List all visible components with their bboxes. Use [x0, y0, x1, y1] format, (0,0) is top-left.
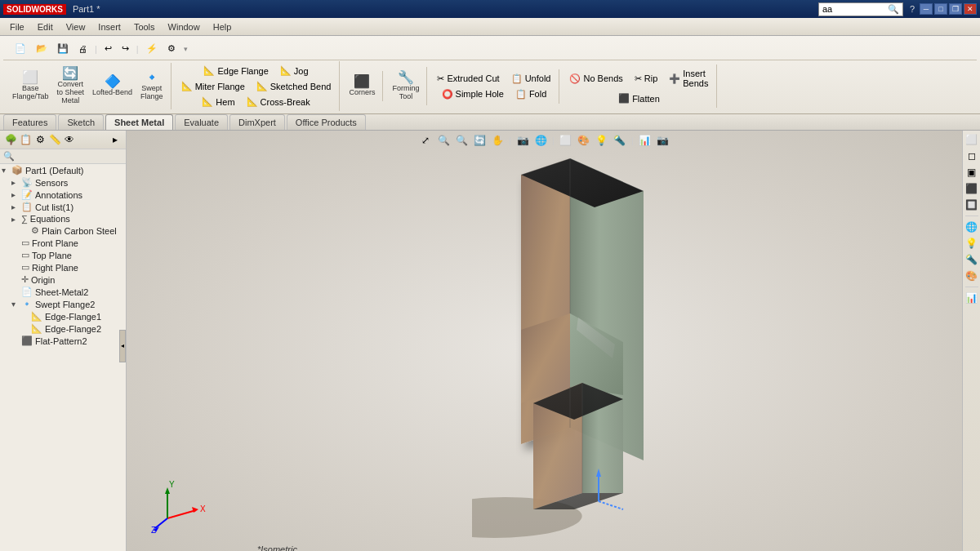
tab-sketch[interactable]: Sketch: [58, 114, 104, 130]
tree-item-front-plane[interactable]: ▸ ▭ Front Plane: [0, 237, 126, 249]
view-orient-button[interactable]: 🌐: [532, 133, 549, 148]
menu-help[interactable]: Help: [207, 20, 238, 33]
menu-window[interactable]: Window: [162, 20, 207, 33]
rt-realview-btn[interactable]: 💡: [964, 236, 979, 251]
tree-item-flat-pattern2[interactable]: ▸ ⬛ Flat-Pattern2: [0, 335, 126, 347]
tree-item-sheet-metal2[interactable]: ▸ 📄 Sheet-Metal2: [0, 286, 126, 298]
rip-button[interactable]: ✂ Rip: [630, 66, 663, 91]
fold-button[interactable]: 📋 Fold: [510, 87, 551, 102]
expand-swept[interactable]: ▾: [11, 300, 21, 309]
tree-item-annotations[interactable]: ▸ 📝 Annotations: [0, 189, 126, 201]
jog-button[interactable]: 📐 Jog: [275, 63, 314, 78]
rt-wireframe-btn[interactable]: ◻: [964, 149, 979, 163]
maximize-btn[interactable]: □: [934, 3, 947, 15]
display-options-button[interactable]: 🎨: [576, 133, 592, 148]
menu-view[interactable]: View: [60, 20, 92, 33]
viewport[interactable]: ⤢ 🔍 🔍 🔄 ✋ | 📷 🌐 | ⬜ 🎨 💡 🔦 | 📊 📷: [127, 131, 962, 551]
rt-section-btn[interactable]: 📊: [964, 291, 979, 305]
menu-tools[interactable]: Tools: [127, 20, 162, 33]
rt-hidden-lines-btn[interactable]: ▣: [964, 165, 979, 180]
camera-button[interactable]: 📷: [655, 133, 671, 148]
corners-button[interactable]: ⬛ Corners: [345, 73, 379, 100]
open-button[interactable]: 📂: [31, 41, 52, 56]
miter-flange-button[interactable]: 📐 Miter Flange: [176, 78, 250, 94]
swept-flange-button[interactable]: 🔹 SweptFlange: [136, 69, 167, 104]
insert-bends-button[interactable]: ➕ InsertBends: [664, 66, 713, 91]
zoom-out-button[interactable]: 🔍: [453, 133, 470, 148]
cross-break-button[interactable]: 📐 Cross-Break: [242, 94, 315, 109]
property-manager-icon[interactable]: 📋: [18, 132, 33, 147]
rt-shaded-btn[interactable]: ⬛: [964, 181, 979, 196]
rt-shadows-btn[interactable]: 🔦: [964, 252, 979, 267]
tree-item-sensors[interactable]: ▸ 📡 Sensors: [0, 176, 126, 189]
tree-item-part1[interactable]: ▾ 📦 Part1 (Default): [0, 164, 126, 176]
display-manager-icon[interactable]: 👁: [62, 132, 77, 147]
expand-cut-list[interactable]: ▸: [11, 202, 21, 211]
zoom-in-button[interactable]: 🔍: [435, 133, 452, 148]
tree-item-cut-list[interactable]: ▸ 📋 Cut list(1): [0, 201, 126, 213]
rebuild-button[interactable]: ⚡: [141, 41, 163, 56]
display-style-button[interactable]: ⬜: [558, 133, 574, 148]
sketched-bend-button[interactable]: 📐 Sketched Bend: [252, 78, 336, 94]
no-bends-button[interactable]: 🚫 No Bends: [564, 66, 627, 91]
menu-file[interactable]: File: [3, 20, 31, 33]
extruded-cut-button[interactable]: ✂ Extruded Cut: [432, 71, 504, 87]
menu-insert[interactable]: Insert: [91, 20, 127, 33]
expand-sensors[interactable]: ▸: [11, 178, 21, 187]
standard-views-button[interactable]: 📷: [514, 133, 531, 148]
forming-tool-button[interactable]: 🔧 FormingTool: [388, 69, 423, 104]
tree-item-right-plane[interactable]: ▸ ▭ Right Plane: [0, 261, 126, 273]
tree-item-top-plane[interactable]: ▸ ▭ Top Plane: [0, 249, 126, 261]
search-bar[interactable]: 🔍: [818, 2, 903, 16]
section-view-button[interactable]: 📊: [637, 133, 653, 148]
expand-equations[interactable]: ▸: [11, 215, 21, 224]
tab-evaluate[interactable]: Evaluate: [175, 114, 228, 130]
close-btn[interactable]: ✕: [964, 3, 977, 15]
flatten-button[interactable]: ⬛ Flatten: [613, 91, 665, 106]
expand-annotations[interactable]: ▸: [11, 190, 21, 199]
hem-button[interactable]: 📐 Hem: [197, 94, 239, 109]
expand-part1[interactable]: ▾: [2, 166, 11, 175]
tree-item-material[interactable]: ▸ ⚙ Plain Carbon Steel: [0, 224, 126, 237]
minimize-btn[interactable]: ─: [920, 3, 933, 15]
tree-item-equations[interactable]: ▸ ∑ Equations: [0, 213, 126, 224]
expand-sidebar-icon[interactable]: ▸: [108, 132, 122, 147]
tree-item-edge-flange1[interactable]: ▸ 📐 Edge-Flange1: [0, 310, 126, 322]
tree-item-origin[interactable]: ▸ ✛ Origin: [0, 273, 126, 286]
pan-button[interactable]: ✋: [489, 133, 506, 148]
collapse-sidebar-handle[interactable]: ◂: [119, 330, 126, 362]
convert-sheet-button[interactable]: 🔄 Convertto SheetMetal: [53, 64, 89, 108]
menu-edit[interactable]: Edit: [31, 20, 60, 33]
tree-item-edge-flange2[interactable]: ▸ 📐 Edge-Flange2: [0, 322, 126, 335]
appearance-button[interactable]: 🔦: [612, 133, 628, 148]
rt-shaded-edges-btn[interactable]: 🔲: [964, 198, 979, 212]
zoom-to-fit-button[interactable]: ⤢: [417, 133, 434, 148]
lofted-bend-button[interactable]: 🔷 Lofted-Bend: [88, 73, 136, 100]
search-input[interactable]: [822, 4, 888, 14]
tree-item-swept-flange2[interactable]: ▾ 🔹 Swept Flange2: [0, 298, 126, 310]
new-button[interactable]: 📄: [10, 41, 31, 56]
dim-expert-icon[interactable]: 📏: [47, 132, 62, 147]
tab-office-products[interactable]: Office Products: [287, 114, 366, 130]
unfold-button[interactable]: 📋 Unfold: [506, 71, 556, 87]
undo-button[interactable]: ↩: [100, 41, 117, 56]
restore-btn[interactable]: ❐: [949, 3, 962, 15]
options-button[interactable]: ⚙: [163, 41, 180, 56]
save-button[interactable]: 💾: [52, 41, 74, 56]
tab-sheet-metal[interactable]: Sheet Metal: [105, 114, 173, 130]
rt-ambient-btn[interactable]: 🎨: [964, 269, 979, 283]
feature-tree-icon[interactable]: 🌳: [3, 132, 18, 147]
rt-display-style-btn[interactable]: ⬜: [964, 132, 979, 147]
rt-perspective-btn[interactable]: 🌐: [964, 220, 979, 234]
print-button[interactable]: 🖨: [74, 42, 92, 56]
help-icon[interactable]: ?: [910, 4, 915, 14]
rotate-button[interactable]: 🔄: [471, 133, 488, 148]
edge-flange-button[interactable]: 📐 Edge Flange: [198, 63, 273, 78]
tab-features[interactable]: Features: [3, 114, 56, 130]
tab-dimxpert[interactable]: DimXpert: [229, 114, 285, 130]
redo-button[interactable]: ↪: [117, 41, 134, 56]
simple-hole-button[interactable]: ⭕ Simple Hole: [437, 87, 509, 102]
base-flange-button[interactable]: ⬜ BaseFlange/Tab: [8, 69, 53, 104]
lighting-button[interactable]: 💡: [594, 133, 610, 148]
config-manager-icon[interactable]: ⚙: [33, 132, 47, 147]
